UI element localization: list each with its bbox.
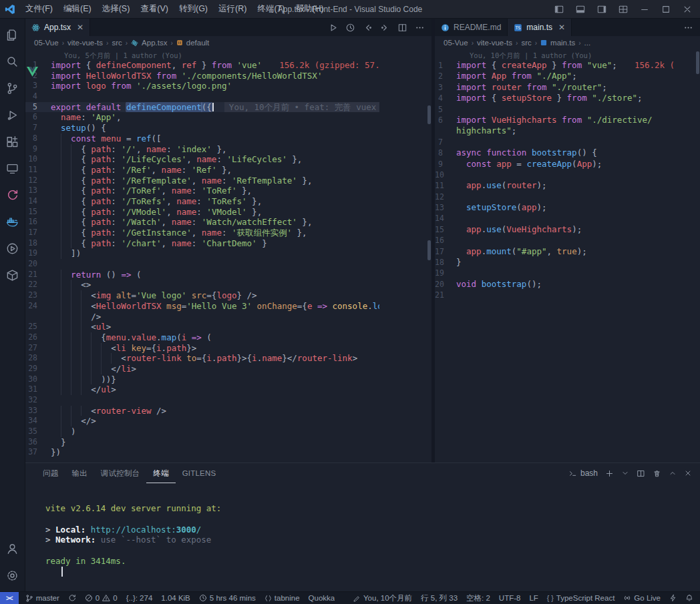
- scrollbar-slider[interactable]: [696, 51, 699, 74]
- code-line[interactable]: 21 return () => (: [25, 270, 379, 280]
- explorer-icon[interactable]: [0, 21, 25, 48]
- search-icon[interactable]: [0, 48, 25, 75]
- tab-close-icon[interactable]: ✕: [558, 23, 565, 31]
- code-line[interactable]: 18}: [435, 257, 673, 268]
- code-line[interactable]: 23 <img alt='Vue logo' src={logo} />: [25, 290, 379, 301]
- close-button[interactable]: [677, 1, 697, 18]
- code-line[interactable]: 6 name: 'App',: [25, 112, 379, 123]
- tab-main-ts[interactable]: TS main.ts ✕: [508, 19, 572, 36]
- timeline-icon[interactable]: [345, 23, 355, 33]
- panel-tab-debug-console[interactable]: 调试控制台: [94, 463, 147, 483]
- panel-tab-gitlens[interactable]: GITLENS: [176, 463, 223, 483]
- panel-tab-terminal[interactable]: 终端: [146, 463, 175, 483]
- source-control-icon[interactable]: [0, 75, 25, 101]
- encoding-item[interactable]: UTF-8: [499, 594, 521, 602]
- code-line[interactable]: 19: [435, 268, 673, 278]
- code-line[interactable]: 4: [25, 91, 379, 102]
- menu-terminal[interactable]: 终端(T): [252, 1, 290, 17]
- close-panel-icon[interactable]: [684, 469, 692, 477]
- code-line[interactable]: highcharts";: [435, 125, 673, 136]
- minimap[interactable]: [673, 49, 700, 463]
- terminal[interactable]: vite v2.6.14 dev server running at:> Loc…: [25, 483, 700, 591]
- code-line[interactable]: 2import App from "./App";: [435, 71, 673, 81]
- run-button[interactable]: [328, 23, 338, 33]
- toggle-secondary-sidebar-icon[interactable]: [592, 1, 612, 18]
- code-line[interactable]: 14: [435, 213, 673, 224]
- menu-selection[interactable]: 选择(S): [97, 1, 136, 17]
- code-line[interactable]: 8 const menu = ref([: [25, 133, 379, 144]
- brace-count-item[interactable]: {..}: 274: [126, 594, 153, 602]
- code-line[interactable]: 18 { path: '/chart', name: 'ChartDemo' }: [25, 238, 379, 249]
- code-line[interactable]: 35 ): [25, 426, 379, 437]
- sync-icon[interactable]: [68, 594, 76, 602]
- menu-go[interactable]: 转到(G): [174, 1, 213, 17]
- panel-tab-output[interactable]: 输出: [65, 463, 94, 483]
- code-line[interactable]: 16 { path: '/Watch', name: 'Watch/watchE…: [25, 217, 379, 228]
- language-mode-item[interactable]: { } TypeScript React: [547, 594, 615, 602]
- tab-close-icon[interactable]: ✕: [77, 23, 83, 31]
- live-share-sync-icon[interactable]: [0, 182, 25, 208]
- indentation-item[interactable]: 空格: 2: [466, 593, 490, 603]
- code-line[interactable]: 3import logo from './assets/logo.png': [25, 81, 379, 91]
- crumb-file[interactable]: App.tsx: [142, 39, 167, 47]
- code-line[interactable]: 13 setupStore(app);: [435, 202, 673, 213]
- toggle-panel-icon[interactable]: [570, 1, 590, 18]
- kill-terminal-trash-icon[interactable]: [653, 469, 661, 478]
- problems-item[interactable]: 0 0: [85, 594, 118, 602]
- file-size-item[interactable]: 1.04 KiB: [161, 594, 190, 602]
- codelens-authors[interactable]: You, 5个月前 | 1 author (You): [25, 51, 379, 60]
- code-line[interactable]: 17 app.mount("#app", true);: [435, 246, 673, 257]
- more-actions-icon[interactable]: [683, 23, 693, 33]
- code-line[interactable]: 3import router from "./router";: [435, 82, 673, 93]
- cursor-position-item[interactable]: 行 5, 列 33: [421, 593, 458, 603]
- git-branch-item[interactable]: master: [25, 594, 59, 603]
- code-line[interactable]: />: [25, 312, 379, 322]
- run-and-debug-icon[interactable]: [0, 101, 25, 128]
- minimize-button[interactable]: [635, 1, 655, 18]
- go-live-item[interactable]: Go Live: [623, 594, 661, 602]
- code-line[interactable]: [45, 567, 700, 577]
- maximize-button[interactable]: [656, 1, 676, 18]
- code-line[interactable]: 11 app.use(router);: [435, 180, 673, 191]
- code-line[interactable]: 10: [435, 170, 673, 180]
- code-line[interactable]: [45, 514, 700, 525]
- code-line[interactable]: 5export default defineComponent({You, 10…: [25, 102, 379, 113]
- shell-picker[interactable]: bash: [568, 469, 598, 478]
- editor-main-ts[interactable]: You, 10个月前 | 1 author (You) 1import { cr…: [435, 49, 700, 463]
- crumb-project[interactable]: 05-Vue: [34, 39, 59, 47]
- code-line[interactable]: 7: [435, 137, 673, 147]
- customize-layout-icon[interactable]: [613, 1, 633, 18]
- code-line[interactable]: 15 app.use(VueHighcharts);: [435, 224, 673, 235]
- code-line[interactable]: 2import HelloWorldTSX from './components…: [25, 71, 379, 81]
- remote-indicator[interactable]: ><: [0, 592, 19, 604]
- code-line[interactable]: 14 { path: '/ToRefs', name: 'ToRefs' },: [25, 196, 379, 207]
- crumb-folder[interactable]: vite-vue-ts: [67, 39, 103, 47]
- code-line[interactable]: 31 </ul>: [25, 384, 379, 395]
- crumb-symbol[interactable]: ...: [584, 39, 591, 47]
- code-line[interactable]: 1import { createApp } from "vue";156.2k …: [435, 60, 673, 71]
- code-line[interactable]: 9 const app = createApp(App);: [435, 159, 673, 170]
- next-change-icon[interactable]: [380, 23, 390, 33]
- minimap[interactable]: [379, 49, 431, 463]
- code-line[interactable]: 33 <router-view />: [25, 406, 379, 416]
- crumb-file[interactable]: main.ts: [550, 39, 575, 47]
- code-line[interactable]: 37}): [25, 447, 379, 458]
- code-line[interactable]: 11 { path: '/Ref', name: 'Ref' },: [25, 165, 379, 176]
- code-line[interactable]: 26 {menu.value.map(i => (: [25, 332, 379, 343]
- menu-help[interactable]: 帮助(H): [290, 1, 329, 17]
- previous-change-icon[interactable]: [363, 23, 373, 33]
- code-line[interactable]: 32: [25, 395, 379, 406]
- crumb-src[interactable]: src: [112, 39, 122, 47]
- code-line[interactable]: 9 { path: '/', name: 'index' },: [25, 144, 379, 155]
- crumb-symbol[interactable]: default: [186, 39, 210, 47]
- new-terminal-icon[interactable]: [605, 469, 614, 478]
- code-line[interactable]: 30 ))}: [25, 374, 379, 385]
- crumb-project[interactable]: 05-Vue: [444, 39, 468, 47]
- accounts-icon[interactable]: [0, 535, 25, 562]
- code-line[interactable]: [45, 545, 700, 556]
- wakatime-item[interactable]: 5 hrs 46 mins: [199, 594, 256, 602]
- code-line[interactable]: 20void bootstrap();: [435, 279, 673, 290]
- menu-view[interactable]: 查看(V): [135, 1, 174, 17]
- code-line[interactable]: 29 </li>: [25, 364, 379, 374]
- crumb-folder[interactable]: vite-vue-ts: [477, 39, 512, 47]
